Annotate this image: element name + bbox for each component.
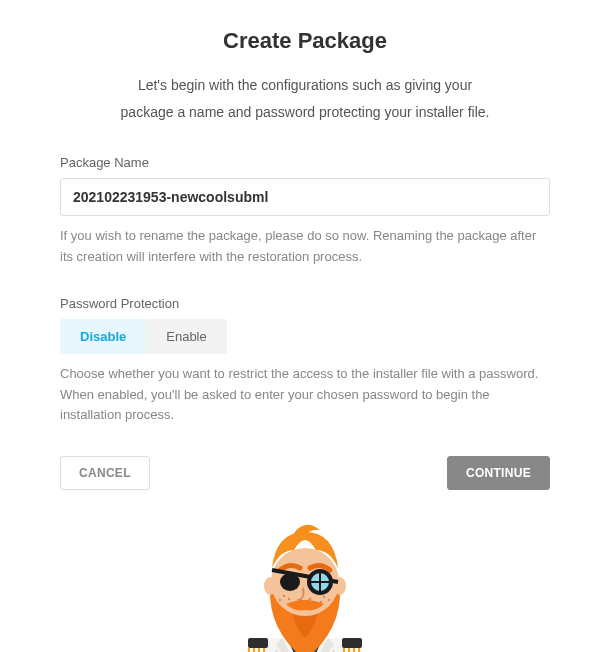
svg-point-22 (323, 596, 325, 598)
password-toggle-group: Disable Enable (60, 319, 550, 354)
package-name-label: Package Name (60, 155, 550, 170)
subtitle-line-1: Let's begin with the configurations such… (138, 77, 472, 93)
password-protection-help: Choose whether you want to restrict the … (60, 364, 550, 426)
mascot-wrap (0, 510, 610, 652)
password-protection-section: Password Protection Disable Enable Choos… (60, 296, 550, 426)
svg-point-12 (264, 577, 276, 595)
package-name-section: Package Name If you wish to rename the p… (60, 155, 550, 268)
package-name-help: If you wish to rename the package, pleas… (60, 226, 550, 268)
page-subtitle: Let's begin with the configurations such… (60, 72, 550, 125)
mascot-illustration (190, 510, 420, 652)
dialog-actions: CANCEL CONTINUE (60, 456, 550, 490)
password-protection-label: Password Protection (60, 296, 550, 311)
svg-rect-0 (248, 638, 268, 648)
create-package-panel: Create Package Let's begin with the conf… (0, 0, 610, 490)
svg-point-15 (280, 573, 300, 591)
subtitle-line-2: package a name and password protecting y… (121, 104, 490, 120)
svg-point-19 (283, 595, 285, 597)
package-name-input[interactable] (60, 178, 550, 216)
continue-button[interactable]: CONTINUE (447, 456, 550, 490)
password-enable-button[interactable]: Enable (146, 319, 226, 354)
cancel-button[interactable]: CANCEL (60, 456, 150, 490)
svg-rect-1 (342, 638, 362, 648)
password-disable-button[interactable]: Disable (60, 319, 146, 354)
svg-point-20 (288, 598, 290, 600)
svg-point-21 (279, 599, 281, 601)
page-title: Create Package (60, 28, 550, 54)
svg-point-23 (328, 599, 330, 601)
